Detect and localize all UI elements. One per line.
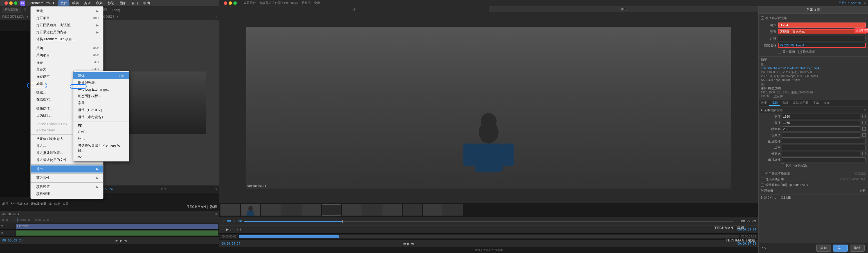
program-settings2[interactable]: ⚙ xyxy=(215,188,217,191)
submenu-motion-graphics[interactable]: 动态图形模板... xyxy=(73,92,129,100)
right-min-btn[interactable] xyxy=(228,1,232,5)
project-tab[interactable]: 项目: 人生目标 3.0 xyxy=(2,202,28,206)
output-name-value[interactable]: P9320575_1.mp4 xyxy=(778,43,866,48)
trans-prev[interactable]: ⏮ xyxy=(403,242,406,246)
prev-btn[interactable]: ⏮ xyxy=(115,238,119,243)
settings-tab-publish[interactable]: 发布 xyxy=(821,100,832,106)
fields-select[interactable] xyxy=(782,133,860,138)
lt-bar[interactable] xyxy=(239,235,739,238)
width-checkbox[interactable] xyxy=(862,115,866,118)
settings-tab-captions[interactable]: 字幕 xyxy=(811,100,821,106)
submenu-tape-dv[interactable]: 磁带（DV/HDV）... xyxy=(73,107,129,114)
track-clip-a1[interactable] xyxy=(16,230,218,235)
info-tab[interactable]: 信息 xyxy=(54,202,60,206)
media-browser-tab[interactable]: 媒体浏览器 xyxy=(31,202,46,206)
menu-mark[interactable]: 标记 xyxy=(105,0,117,6)
submenu-batch-list[interactable]: 批处理列表... xyxy=(73,79,129,86)
trans-next[interactable]: ⏭ xyxy=(411,242,414,246)
menu-new[interactable]: 新建 ▶ xyxy=(31,8,103,15)
submenu-media[interactable]: 媒体... ⌘M xyxy=(73,72,129,79)
settings-tab-audio[interactable]: 音频 xyxy=(780,100,791,106)
preset-value[interactable]: 匹配源 – 高比特率 xyxy=(778,29,866,34)
exp-ctrl-out[interactable]: } xyxy=(240,228,241,231)
menu-file[interactable]: 文件 xyxy=(58,0,69,6)
exp-ctrl-play[interactable]: ▶ xyxy=(226,228,228,231)
use-prev-checkbox[interactable] xyxy=(761,172,764,175)
menu-edit[interactable]: 编辑 xyxy=(70,0,81,6)
export-video-checkbox[interactable] xyxy=(778,50,781,54)
nav-audio-mixer[interactable]: 音频剪辑混合器：P9320575 xyxy=(259,1,298,5)
menu-open-team[interactable]: 打开团队项目（测试版） ▶ xyxy=(31,22,103,29)
tv-select[interactable] xyxy=(782,157,866,162)
profile-select[interactable] xyxy=(782,139,866,144)
maximize-window-btn[interactable] xyxy=(14,1,18,5)
program-settings[interactable]: ≡ xyxy=(215,15,217,18)
submenu-export-selection[interactable]: 将选择项导出为 Premiere 项目... xyxy=(73,142,129,154)
submenu-markers[interactable]: 标记... xyxy=(73,135,129,142)
exp-ctrl-in[interactable]: { xyxy=(237,228,238,231)
fields-checkbox[interactable] xyxy=(862,133,866,137)
exp-ctrl-prev[interactable]: ⏮ xyxy=(222,228,225,231)
height-input[interactable]: 1080 xyxy=(782,120,860,125)
use-max-checkbox[interactable] xyxy=(761,16,764,20)
menu-close-project[interactable]: 关闭项目 ⌘W xyxy=(31,52,103,59)
cancel-button[interactable]: 取消 xyxy=(850,245,865,252)
close-window-btn[interactable] xyxy=(4,1,8,5)
menu-window[interactable]: 窗口 xyxy=(129,0,140,6)
export-audio-checkbox[interactable] xyxy=(798,50,802,54)
settings-tab-mux[interactable]: 多路复用器 xyxy=(791,100,811,106)
submenu-captions[interactable]: 字幕... xyxy=(73,100,129,107)
tab-metadata[interactable]: 元数据面板 xyxy=(2,7,21,13)
tab-library[interactable]: 库 xyxy=(21,7,29,13)
export-scrubber[interactable] xyxy=(244,221,734,222)
submenu-edl[interactable]: EDL... xyxy=(73,123,129,129)
menu-export[interactable]: 导出 ▶ xyxy=(31,166,103,172)
level-select[interactable] xyxy=(782,145,866,150)
play-btn[interactable]: ▶ xyxy=(120,238,122,243)
exp-ctrl-next[interactable]: ⏭ xyxy=(230,228,234,231)
menu-open-project[interactable]: 打开项目... ⌘O xyxy=(31,15,103,22)
right-settings-icon[interactable]: ≡ xyxy=(864,1,866,4)
reset-icon[interactable]: ↺ xyxy=(864,109,866,112)
menu-save[interactable]: 保存 ⌘S xyxy=(31,59,103,66)
menu-get-properties[interactable]: 获取属性 ▶ xyxy=(31,174,103,181)
aspect-checkbox[interactable] xyxy=(862,152,866,156)
height-checkbox[interactable] xyxy=(862,121,866,124)
menu-project-settings[interactable]: 项目设置 ▶ xyxy=(31,184,103,191)
right-close-btn[interactable] xyxy=(224,1,227,5)
submenu-omf[interactable]: OMF... xyxy=(73,129,129,135)
menu-help[interactable]: 帮助 xyxy=(141,0,152,6)
width-input[interactable]: 1920 xyxy=(782,114,860,119)
menu-clip[interactable]: 剪辑 xyxy=(82,0,93,6)
effects-tab-bottom[interactable]: 效果 xyxy=(62,202,69,206)
framerate-input[interactable]: 25 xyxy=(782,126,860,132)
trans-play[interactable]: ▶ xyxy=(407,242,410,246)
nav-effects-controls[interactable]: 效果控件 xyxy=(244,1,256,5)
nav-metadata[interactable]: 元数据 xyxy=(302,1,311,5)
set-start-checkbox[interactable] xyxy=(761,183,764,187)
library-tab[interactable]: 库 xyxy=(49,202,52,206)
format-value[interactable]: H.264 xyxy=(778,23,866,28)
submenu-avid[interactable]: Avid Log Exchange... xyxy=(73,86,129,92)
settings-tab-video[interactable]: 视频 xyxy=(769,100,780,106)
basic-settings-header[interactable]: ▼ 基本视频设置 ↺ xyxy=(758,107,868,113)
next-btn[interactable]: ⏭ xyxy=(123,238,127,243)
right-max-btn[interactable] xyxy=(234,1,237,5)
queue-button[interactable]: 队列 xyxy=(816,245,831,252)
framerate-checkbox[interactable] xyxy=(862,127,866,131)
export-scrubber-handle[interactable] xyxy=(342,220,342,223)
menu-premiere-cc[interactable]: Premiere Pro CC xyxy=(28,1,58,6)
nav-export[interactable]: 史出 xyxy=(314,1,320,5)
submenu-tape-serial[interactable]: 磁带（串行设备）... xyxy=(73,114,129,121)
aspect-select[interactable] xyxy=(782,151,860,156)
menu-project-manager[interactable]: 项目管理... xyxy=(31,191,103,198)
submenu-aaf[interactable]: AAF... xyxy=(73,154,129,160)
comments-input[interactable] xyxy=(778,36,866,41)
menu-convert[interactable]: 转换 Premiere Clip 项目... xyxy=(31,36,103,43)
settings-tab-effects[interactable]: 效果 xyxy=(758,100,769,106)
menu-graphics[interactable]: 图形 xyxy=(117,0,128,6)
menu-close[interactable]: 关闭 ⌘W xyxy=(31,45,103,52)
tab-editing[interactable]: Editing xyxy=(110,8,123,12)
menu-sequence[interactable]: 序列 xyxy=(94,0,105,6)
output-tab[interactable]: 输出 xyxy=(489,6,758,12)
